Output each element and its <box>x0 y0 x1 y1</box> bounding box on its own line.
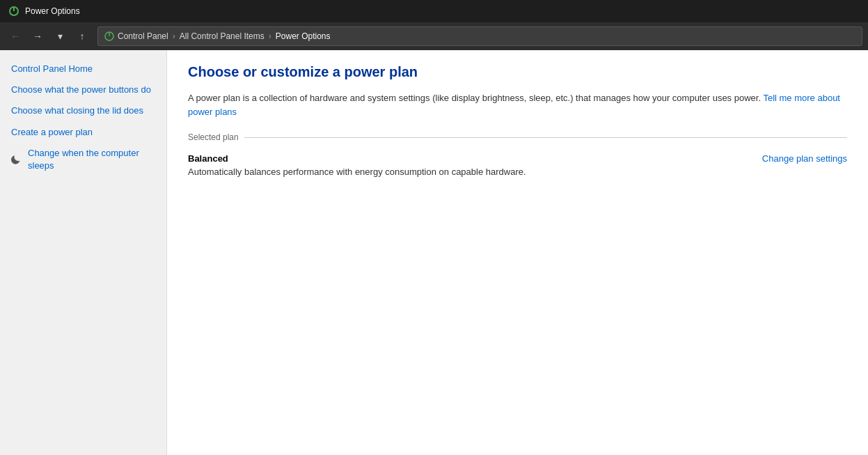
page-description: A power plan is a collection of hardware… <box>188 91 847 118</box>
plan-section: Selected plan Balanced Automatically bal… <box>188 132 847 180</box>
breadcrumb-control-panel[interactable]: Control Panel <box>118 31 168 41</box>
moon-icon <box>11 154 22 165</box>
selected-plan-label: Selected plan <box>188 132 239 142</box>
address-bar[interactable]: Control Panel › All Control Panel Items … <box>97 26 862 46</box>
plan-description: Automatically balances performance with … <box>188 167 526 177</box>
back-button[interactable]: ← <box>6 26 25 46</box>
change-plan-settings-link[interactable]: Change plan settings <box>762 153 847 164</box>
power-options-icon <box>8 6 19 17</box>
sidebar: Control Panel Home Choose what the power… <box>0 50 167 455</box>
window-title: Power Options <box>25 6 80 16</box>
plan-info: Balanced Automatically balances performa… <box>188 153 526 177</box>
sidebar-item-create-power-plan[interactable]: Create a power plan <box>0 122 166 143</box>
nav-bar: ← → ▾ ↑ Control Panel › All Control Pane… <box>0 22 868 50</box>
address-bar-icon <box>104 31 115 42</box>
breadcrumb-power-options: Power Options <box>276 31 331 41</box>
sidebar-item-power-buttons[interactable]: Choose what the power buttons do <box>0 79 166 100</box>
page-title: Choose or customize a power plan <box>188 64 847 80</box>
up-button[interactable]: ↑ <box>72 26 92 46</box>
sidebar-item-control-panel-home[interactable]: Control Panel Home <box>0 59 166 79</box>
sidebar-item-closing-lid[interactable]: Choose what closing the lid does <box>0 100 166 121</box>
plan-card: Balanced Automatically balances performa… <box>188 151 847 180</box>
main-content: Choose or customize a power plan A power… <box>167 50 868 455</box>
plan-section-header: Selected plan <box>188 132 847 142</box>
plan-name: Balanced <box>188 153 526 164</box>
sidebar-item-computer-sleeps[interactable]: Change when the computer sleeps <box>0 143 166 176</box>
plan-section-divider <box>244 137 847 138</box>
dropdown-button[interactable]: ▾ <box>50 26 70 46</box>
breadcrumb-all-items[interactable]: All Control Panel Items <box>180 31 265 41</box>
main-container: Control Panel Home Choose what the power… <box>0 50 868 455</box>
forward-button[interactable]: → <box>28 26 47 46</box>
title-bar: Power Options <box>0 0 868 22</box>
